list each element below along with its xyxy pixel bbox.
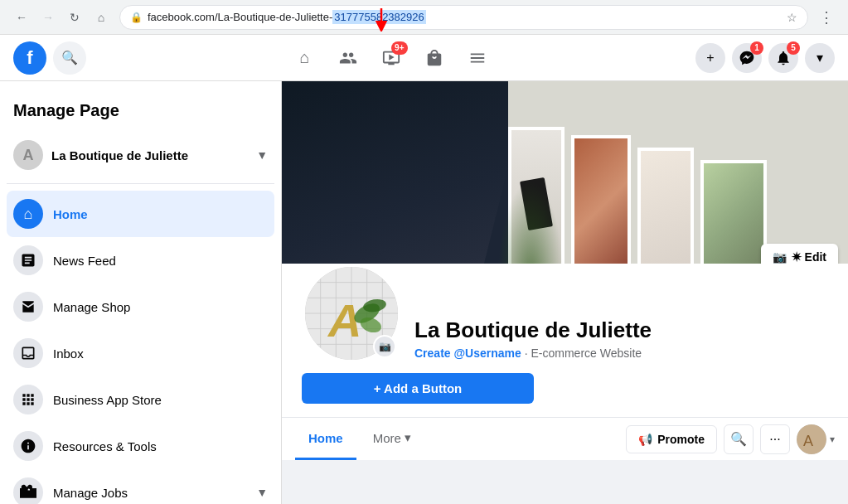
art-frame-4 [700, 160, 767, 280]
page-title: La Boutique de Juliette [414, 317, 828, 343]
page-avatar: A [13, 140, 43, 170]
tab-more-options-button[interactable]: ··· [760, 424, 790, 454]
profile-pic-edit-button[interactable]: 📷 [373, 335, 396, 358]
facebook-app: f 🔍 ⌂ 9+ + 1 [0, 35, 848, 504]
add-button-cta[interactable]: + Add a Button [302, 373, 534, 404]
sidebar-item-newsfeed[interactable]: News Feed [7, 237, 274, 284]
content-area: Manage Page A La Boutique de Juliette ▼ … [0, 81, 848, 504]
url-highlight: 317775582382926 [332, 10, 425, 24]
tab-more[interactable]: More ▾ [360, 418, 424, 460]
edit-cover-label: ✷ Edit [792, 250, 826, 264]
tabs-right: 📢 Promote 🔍 ··· A ▾ [626, 424, 835, 454]
profile-pic-wrapper: A 📷 [302, 264, 401, 363]
managejobs-icon [13, 477, 43, 504]
tab-more-content: More ▾ [373, 430, 411, 445]
browser-menu-button[interactable]: ⋮ [815, 6, 838, 29]
create-button[interactable]: + [695, 43, 725, 73]
lock-icon: 🔒 [130, 12, 143, 23]
newsfeed-icon [13, 245, 43, 275]
art-frame-2 [571, 135, 631, 280]
nav-center: ⌂ 9+ [86, 38, 695, 78]
sidebar-item-managejobs-label: Manage Jobs [53, 486, 128, 500]
home-icon: ⌂ [13, 199, 43, 229]
address-bar[interactable]: 🔒 facebook.com/La-Boutique-de-Juliette-3… [119, 5, 808, 30]
sidebar-item-businessappstore-label: Business App Store [53, 393, 162, 407]
nav-friends-button[interactable] [328, 38, 368, 78]
messenger-button[interactable]: 1 [732, 43, 762, 73]
sidebar-item-home[interactable]: ⌂ Home [7, 191, 274, 237]
watch-badge: 9+ [391, 41, 407, 55]
nav-buttons: ← → ↻ ⌂ [10, 6, 113, 29]
back-button[interactable]: ← [10, 6, 33, 29]
add-button-label: + Add a Button [374, 381, 463, 395]
refresh-button[interactable]: ↻ [63, 6, 86, 29]
nav-menu-button[interactable] [458, 38, 497, 78]
sidebar-item-inbox[interactable]: Inbox [7, 330, 274, 376]
megaphone-icon: 📢 [638, 433, 652, 446]
notifications-badge: 5 [787, 41, 800, 55]
profile-thumb-chevron-icon[interactable]: ▾ [830, 434, 835, 445]
notifications-button[interactable]: 5 [768, 43, 798, 73]
sidebar-item-inbox-label: Inbox [53, 346, 84, 361]
browser-chrome: ← → ↻ ⌂ 🔒 facebook.com/La-Boutique-de-Ju… [0, 0, 848, 35]
page-subtitle: Create @Username · E-commerce Website [414, 346, 828, 360]
sidebar-divider [7, 183, 274, 184]
sidebar-item-manageshop-label: Manage Shop [53, 300, 130, 314]
sidebar-item-manageshop[interactable]: Manage Shop [7, 284, 274, 330]
chevron-down-tab-icon: ▾ [405, 430, 411, 445]
url-display: facebook.com/La-Boutique-de-Juliette-317… [148, 10, 782, 24]
page-category: E-commerce Website [531, 346, 642, 360]
nav-marketplace-button[interactable] [414, 38, 454, 78]
sidebar: Manage Page A La Boutique de Juliette ▼ … [0, 81, 282, 504]
profile-thumbnail: A [797, 424, 826, 454]
camera-icon: 📷 [773, 250, 787, 264]
subtitle-separator: · [525, 346, 528, 360]
sidebar-item-newsfeed-label: News Feed [53, 254, 116, 268]
manageshop-icon [13, 292, 43, 322]
forward-button[interactable]: → [36, 6, 60, 29]
sidebar-item-businessappstore[interactable]: Business App Store [7, 376, 274, 423]
art-frame-1 [508, 127, 565, 280]
cover-area: 📷 ✷ Edit [282, 81, 848, 280]
resourcestools-icon [13, 431, 43, 461]
sidebar-item-home-label: Home [53, 207, 88, 221]
promote-button[interactable]: 📢 Promote [626, 425, 717, 453]
tab-home-label: Home [308, 431, 343, 445]
svg-text:A: A [803, 433, 813, 449]
tab-search-button[interactable]: 🔍 [724, 424, 754, 454]
tab-home[interactable]: Home [295, 418, 356, 460]
top-navigation: f 🔍 ⌂ 9+ + 1 [0, 35, 848, 81]
profile-row: A 📷 La Boutique de Juliette Cr [302, 264, 828, 363]
search-button[interactable]: 🔍 [53, 41, 86, 75]
create-username-link[interactable]: Create @Username [414, 346, 521, 360]
account-button[interactable]: ▾ [805, 43, 835, 73]
bookmark-icon[interactable]: ☆ [787, 11, 797, 24]
facebook-logo[interactable]: f [13, 41, 46, 75]
chevron-down-icon: ▼ [256, 148, 268, 162]
nav-home-button[interactable]: ⌂ [285, 38, 325, 78]
profile-thumb-area: A ▾ [797, 424, 835, 454]
nav-right: + 1 5 ▾ [695, 43, 835, 73]
art-frame-3 [637, 148, 694, 280]
sidebar-item-managejobs[interactable]: Manage Jobs ▼ [7, 469, 274, 504]
tab-more-label: More [373, 431, 401, 445]
profile-info: La Boutique de Juliette Create @Username… [414, 317, 828, 363]
url-prefix: facebook.com/La-Boutique-de-Juliette- [148, 11, 332, 23]
promote-label: Promote [657, 433, 705, 446]
managejobs-chevron-icon: ▼ [256, 486, 268, 499]
manage-page-title: Manage Page [7, 94, 274, 127]
messenger-badge: 1 [750, 41, 763, 55]
profile-section: A 📷 La Boutique de Juliette Cr [282, 264, 848, 417]
page-tabs: Home More ▾ 📢 Promote 🔍 ··· [282, 417, 848, 460]
home-browser-button[interactable]: ⌂ [90, 6, 113, 29]
sidebar-item-resourcestools[interactable]: Resources & Tools [7, 423, 274, 469]
page-selector[interactable]: A La Boutique de Juliette ▼ [7, 133, 274, 177]
inbox-icon [13, 338, 43, 368]
nav-watch-button[interactable]: 9+ [371, 38, 411, 78]
page-selector-name: La Boutique de Juliette [51, 148, 256, 162]
sidebar-item-resourcestools-label: Resources & Tools [53, 439, 157, 453]
main-content: 📷 ✷ Edit [282, 81, 848, 504]
businessappstore-icon [13, 385, 43, 414]
